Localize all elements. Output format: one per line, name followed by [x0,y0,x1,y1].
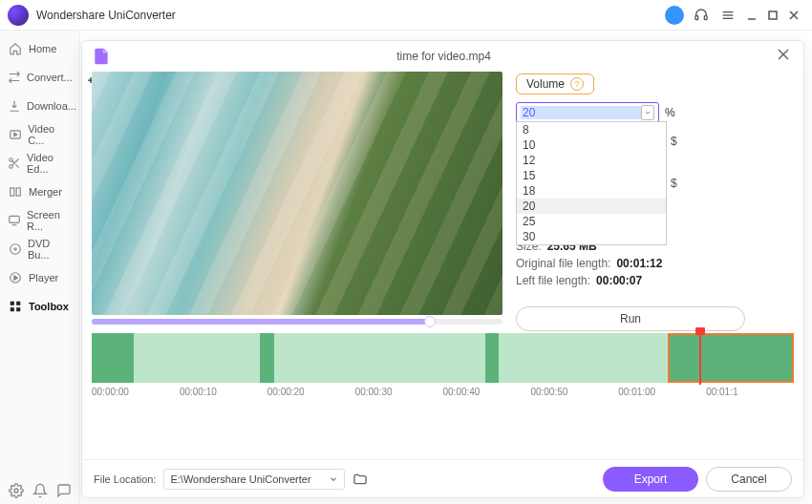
sidebar-item-merger[interactable]: Merger [0,178,79,206]
svg-rect-0 [695,15,698,19]
dropdown-option[interactable]: 30 [517,229,666,244]
modal-filename: time for video.mp4 [111,50,777,63]
file-location-input[interactable]: E:\Wondershare UniConverter [163,469,345,490]
merger-icon [8,184,23,200]
scrub-bar[interactable] [92,319,502,325]
sidebar-item-video-compressor[interactable]: Video C... [0,120,79,149]
svg-rect-20 [11,307,14,311]
window-close[interactable] [783,5,804,26]
export-button[interactable]: Export [603,467,698,492]
window-minimize[interactable] [741,5,762,26]
svg-rect-13 [16,188,20,196]
settings-icon[interactable] [9,483,24,498]
svg-point-22 [14,489,18,493]
sidebar-item-downloader[interactable]: Downloa... [0,92,79,120]
svg-rect-12 [11,188,14,196]
orig-len-label: Original file length: [516,257,610,270]
account-avatar[interactable] [665,6,684,25]
svg-point-11 [10,165,13,169]
headset-icon[interactable] [692,6,711,25]
left-len-label: Left file length: [516,274,590,287]
add-file-icon[interactable] [92,47,111,66]
svg-point-15 [10,244,20,255]
dropdown-option[interactable]: 18 [517,183,666,199]
hamburger-icon[interactable] [718,6,737,25]
svg-point-10 [10,158,13,162]
svg-rect-6 [769,11,777,19]
run-button[interactable]: Run [516,306,745,331]
help-icon[interactable]: ? [570,77,584,91]
sidebar-item-label: DVD Bu... [28,238,72,261]
svg-rect-18 [11,302,14,305]
sidebar-item-label: Video C... [28,123,72,146]
volume-section-label: Volume ? [516,74,594,94]
sidebar-item-label: Toolbox [29,301,69,312]
toolbox-icon [8,299,23,314]
svg-rect-1 [704,15,707,19]
bell-icon[interactable] [32,483,48,498]
feedback-icon[interactable] [56,483,72,498]
volume-select[interactable]: 20 [516,102,659,123]
volume-unit: % [665,106,675,119]
titlebar: Wondershare UniConverter [0,0,812,31]
sidebar-item-label: Screen R... [27,209,72,232]
modal-close-button[interactable] [777,48,794,65]
file-location-label: File Location: [94,473,156,485]
dropdown-option[interactable]: 8 [517,122,666,137]
dropdown-option[interactable]: 15 [517,168,666,183]
window-maximize[interactable] [762,5,783,26]
sidebar-item-label: Video Ed... [27,152,72,175]
sidebar-item-label: Player [29,272,58,284]
app-logo [8,5,29,26]
convert-icon [8,70,21,85]
volume-label-text: Volume [526,77,565,91]
dropdown-option[interactable]: 10 [517,137,666,153]
svg-point-16 [13,248,15,250]
dropdown-option[interactable]: 12 [517,153,666,168]
open-folder-button[interactable] [353,472,368,487]
sidebar-item-video-editor[interactable]: Video Ed... [0,149,79,178]
editor-modal: time for video.mp4 00:01:01/00:01:12 [81,40,804,498]
orig-len-value: 00:01:12 [616,257,662,270]
sidebar-item-player[interactable]: Player [0,263,79,292]
volume-value: 20 [521,106,641,119]
sidebar-item-label: Home [29,43,56,54]
dollar-symbol: $ [671,177,677,190]
sidebar-item-label: Convert... [27,72,73,83]
timeline-playhead[interactable] [695,327,705,335]
app-title: Wondershare UniConverter [36,9,176,22]
sidebar-item-label: Downloa... [27,100,76,112]
sidebar-item-screen-recorder[interactable]: Screen R... [0,206,79,235]
svg-rect-14 [10,216,20,222]
svg-rect-19 [16,302,20,305]
sidebar: Home Convert... Downloa... Video C... Vi… [0,31,80,504]
timeline-track[interactable] [92,333,794,383]
dollar-symbol: $ [671,135,677,148]
volume-dropdown: 8 10 12 15 18 20 25 30 [516,121,667,245]
home-icon [8,41,23,56]
download-icon [8,98,21,114]
sidebar-item-label: Merger [29,186,62,198]
disc-icon [8,242,22,257]
left-len-value: 00:00:07 [596,274,642,287]
chevron-down-icon [329,474,338,484]
compress-icon [8,127,22,142]
file-location-value: E:\Wondershare UniConverter [170,473,310,485]
sidebar-item-converter[interactable]: Convert... [0,63,79,92]
svg-rect-21 [16,307,20,311]
dropdown-option[interactable]: 20 [517,199,666,214]
screen-icon [8,213,21,228]
sidebar-item-toolbox[interactable]: Toolbox [0,292,79,321]
cancel-button[interactable]: Cancel [706,467,792,492]
sidebar-item-dvd-burner[interactable]: DVD Bu... [0,235,79,263]
video-preview[interactable] [92,72,502,315]
dropdown-option[interactable]: 25 [517,214,666,229]
play-icon [8,270,23,285]
sidebar-item-home[interactable]: Home [0,34,79,63]
scissors-icon [8,156,21,171]
chevron-down-icon[interactable] [641,105,654,120]
